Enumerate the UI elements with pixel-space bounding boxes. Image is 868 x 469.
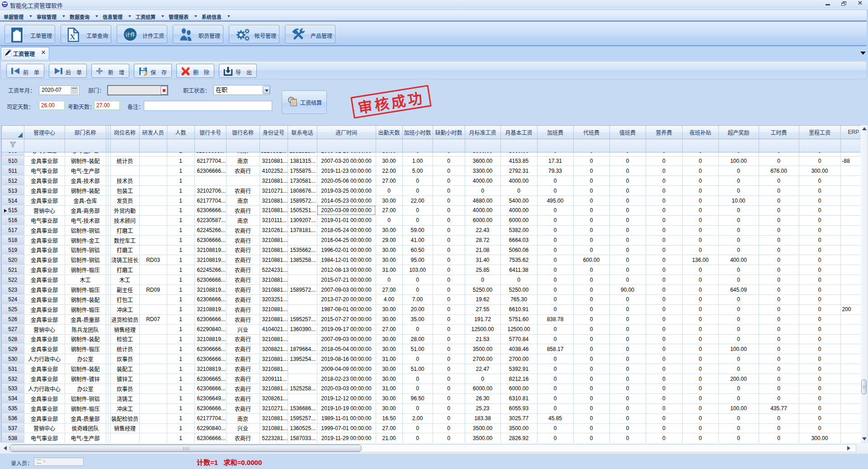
svg-text:X: X: [70, 33, 75, 41]
svg-text:计件: 计件: [125, 32, 135, 38]
